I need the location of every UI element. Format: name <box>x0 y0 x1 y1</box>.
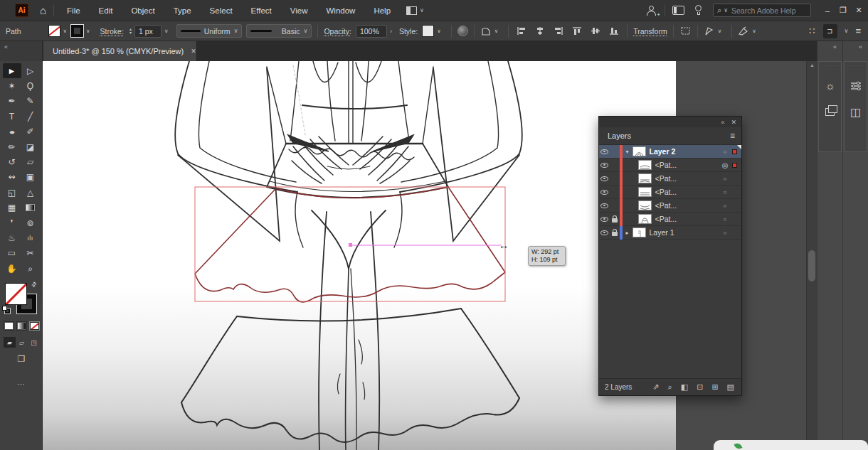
chevron-down-icon[interactable]: ∨ <box>437 28 441 34</box>
restore-button[interactable]: ❐ <box>835 0 851 21</box>
target-icon[interactable]: ○ <box>720 176 730 182</box>
selection-tool[interactable]: ► <box>3 63 21 78</box>
chevron-down-icon[interactable]: ∨ <box>164 28 169 34</box>
layer-row-path4[interactable]: <Pat... ○ <box>599 199 741 213</box>
layer-row-path2[interactable]: <Pat... ○ <box>599 172 741 186</box>
distort-options-icon[interactable] <box>738 26 749 36</box>
align-bottom-icon[interactable] <box>608 26 620 37</box>
perspective-grid-tool[interactable]: △ <box>21 185 40 200</box>
target-icon[interactable]: ○ <box>720 230 730 236</box>
arrange-documents-icon[interactable]: ∷ <box>809 26 815 36</box>
menu-select[interactable]: Select <box>210 6 233 15</box>
draw-behind-mode[interactable]: ▱ <box>16 337 28 348</box>
stroke-stepper[interactable]: ▴ ▾ <box>129 28 132 35</box>
selected-path-skirt[interactable] <box>195 187 505 302</box>
color-button[interactable] <box>4 321 14 331</box>
notification-toast[interactable] <box>714 440 868 450</box>
menu-type[interactable]: Type <box>174 6 191 15</box>
line-segment-tool[interactable]: ╱ <box>21 109 40 124</box>
account-icon[interactable]: + <box>646 5 657 16</box>
screen-mode-icon[interactable]: ❐ <box>0 354 43 364</box>
new-layer-icon[interactable]: ⊞ <box>711 382 718 392</box>
dock-collapse-2[interactable]: « <box>842 41 868 61</box>
layer-name[interactable]: <Pat... <box>655 174 721 183</box>
select-similar-icon[interactable] <box>704 26 715 36</box>
menu-file[interactable]: File <box>67 6 80 15</box>
visibility-toggle[interactable] <box>599 190 610 195</box>
share-panel-icon[interactable] <box>672 6 684 15</box>
visibility-toggle[interactable] <box>599 203 610 208</box>
target-icon[interactable]: ○ <box>720 149 730 155</box>
hand-tool[interactable]: ✋ <box>3 261 21 276</box>
target-selected-icon[interactable]: ◎ <box>720 161 730 169</box>
free-transform-tool[interactable]: ▣ <box>21 170 40 185</box>
target-icon[interactable]: ○ <box>720 216 730 223</box>
layer-thumbnail[interactable] <box>633 227 646 237</box>
gradient-button[interactable] <box>16 321 27 331</box>
app-logo-icon[interactable]: Ai <box>15 4 28 17</box>
clipping-mask-icon[interactable]: ◧ <box>681 382 688 392</box>
edit-toolbar-icon[interactable]: ⋯ <box>0 380 43 389</box>
chevron-down-icon[interactable]: ∨ <box>752 28 756 34</box>
eyedropper-tool[interactable]: ❜ <box>3 215 21 230</box>
selection-indicator[interactable] <box>730 163 739 168</box>
libraries-panel-icon[interactable]: ◫ <box>850 105 861 119</box>
layers-tab[interactable]: Layers <box>599 132 640 140</box>
panel-menu-icon[interactable]: ≡ <box>730 131 741 141</box>
layer-row-layer2[interactable]: ▾ Layer 2 ○ <box>599 145 741 159</box>
layer-name[interactable]: Layer 2 <box>650 147 721 156</box>
layer-thumbnail[interactable] <box>638 187 652 197</box>
chevron-down-icon[interactable]: ∨ <box>86 28 90 34</box>
pathfinder-panel-icon[interactable] <box>825 105 835 119</box>
layer-thumbnail[interactable] <box>638 200 652 210</box>
type-tool[interactable]: T <box>3 109 21 124</box>
layer-thumbnail[interactable] <box>638 173 652 183</box>
slice-tool[interactable]: ✂ <box>21 246 40 261</box>
default-fill-stroke-icon[interactable] <box>2 306 11 314</box>
close-tab-icon[interactable]: ✕ <box>191 48 196 55</box>
recolor-artwork-icon[interactable] <box>457 26 468 36</box>
bounding-box-icon[interactable] <box>679 26 692 36</box>
align-vcenter-icon[interactable] <box>590 26 601 37</box>
close-button[interactable]: ✕ <box>851 0 867 21</box>
draw-normal-mode[interactable]: ▰ <box>4 337 16 348</box>
blend-tool[interactable]: ⊚ <box>21 215 40 230</box>
document-tab[interactable]: Untitled-3* @ 150 % (CMYK/Preview) ✕ <box>43 41 197 61</box>
shaper-tool[interactable]: ✏ <box>3 139 21 154</box>
curvature-tool[interactable]: ✎ <box>21 94 40 109</box>
expand-icon[interactable]: ▾ <box>623 149 633 155</box>
none-button[interactable] <box>29 321 40 331</box>
visibility-toggle[interactable] <box>599 217 610 222</box>
artboard-tool[interactable]: ▭ <box>3 246 21 261</box>
scroll-up-icon[interactable]: ▲ <box>807 63 817 68</box>
layer-row-path5[interactable]: <Pat... ○ <box>599 213 741 226</box>
draw-inside-mode[interactable]: ◳ <box>28 337 40 348</box>
ellipse-tool[interactable]: ● <box>0 126 23 138</box>
layer-name[interactable]: Layer 1 <box>650 228 721 237</box>
brush-definition-dropdown[interactable]: Basic ∨ <box>246 24 312 38</box>
artboard[interactable] <box>43 61 676 450</box>
visibility-toggle[interactable] <box>599 176 610 181</box>
style-swatch[interactable] <box>422 25 434 37</box>
layer-thumbnail[interactable] <box>633 146 646 156</box>
align-top-icon[interactable] <box>571 26 583 37</box>
home-icon[interactable]: ⌂ <box>40 4 46 16</box>
width-profile-dropdown[interactable]: Uniform ∨ <box>176 24 242 38</box>
properties-panel-icon[interactable] <box>850 79 862 93</box>
layer-name[interactable]: <Pat... <box>655 201 721 210</box>
layer-row-layer1[interactable]: ▸ Layer 1 ○ <box>599 226 741 240</box>
visibility-toggle[interactable] <box>599 230 610 235</box>
visibility-toggle[interactable] <box>599 149 610 154</box>
rotate-tool[interactable]: ↺ <box>3 154 21 169</box>
align-center-icon[interactable] <box>534 26 546 37</box>
menu-view[interactable]: View <box>290 6 308 15</box>
collect-export-icon[interactable]: ⇗ <box>652 382 659 392</box>
fill-proxy-none[interactable] <box>5 283 27 305</box>
submenu-arrow-icon[interactable]: › <box>390 28 392 35</box>
close-panel-icon[interactable]: ✕ <box>731 119 736 126</box>
selection-indicator[interactable] <box>730 149 739 154</box>
menu-window[interactable]: Window <box>327 6 356 15</box>
align-left-icon[interactable] <box>516 26 527 37</box>
scale-tool[interactable]: ▱ <box>21 154 40 169</box>
zoom-tool[interactable]: ⌕ <box>21 261 40 276</box>
